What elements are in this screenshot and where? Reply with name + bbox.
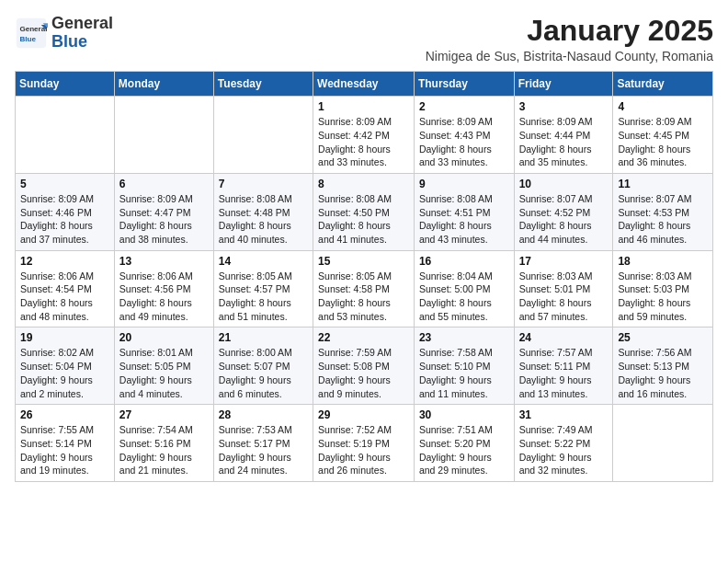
calendar-cell bbox=[114, 97, 213, 174]
day-info: Sunrise: 8:09 AMSunset: 4:44 PMDaylight:… bbox=[519, 115, 609, 169]
calendar-cell: 12Sunrise: 8:06 AMSunset: 4:54 PMDayligh… bbox=[16, 250, 115, 327]
day-info: Sunrise: 8:03 AMSunset: 5:01 PMDaylight:… bbox=[519, 270, 609, 324]
day-info: Sunrise: 8:00 AMSunset: 5:07 PMDaylight:… bbox=[219, 346, 308, 400]
day-info: Sunrise: 8:07 AMSunset: 4:53 PMDaylight:… bbox=[618, 192, 708, 247]
calendar-cell: 7Sunrise: 8:08 AMSunset: 4:48 PMDaylight… bbox=[213, 173, 313, 250]
calendar-cell: 20Sunrise: 8:01 AMSunset: 5:05 PMDayligh… bbox=[114, 327, 213, 405]
calendar-cell: 19Sunrise: 8:02 AMSunset: 5:04 PMDayligh… bbox=[16, 327, 115, 405]
calendar-cell: 13Sunrise: 8:06 AMSunset: 4:56 PMDayligh… bbox=[114, 250, 213, 327]
calendar-cell: 17Sunrise: 8:03 AMSunset: 5:01 PMDayligh… bbox=[514, 250, 613, 327]
calendar-header: SundayMondayTuesdayWednesdayThursdayFrid… bbox=[16, 72, 713, 97]
weekday-header-friday: Friday bbox=[514, 72, 613, 97]
calendar-cell: 29Sunrise: 7:52 AMSunset: 5:19 PMDayligh… bbox=[313, 405, 415, 482]
day-info: Sunrise: 7:54 AMSunset: 5:16 PMDaylight:… bbox=[119, 423, 209, 477]
day-number: 16 bbox=[419, 255, 509, 268]
day-info: Sunrise: 7:59 AMSunset: 5:08 PMDaylight:… bbox=[318, 346, 409, 400]
day-number: 28 bbox=[219, 408, 308, 421]
calendar-cell: 6Sunrise: 8:09 AMSunset: 4:47 PMDaylight… bbox=[114, 173, 213, 250]
calendar-cell: 24Sunrise: 7:57 AMSunset: 5:11 PMDayligh… bbox=[514, 327, 613, 405]
calendar-cell: 8Sunrise: 8:08 AMSunset: 4:50 PMDaylight… bbox=[313, 173, 415, 250]
weekday-row: SundayMondayTuesdayWednesdayThursdayFrid… bbox=[16, 72, 713, 97]
calendar-cell: 31Sunrise: 7:49 AMSunset: 5:22 PMDayligh… bbox=[514, 405, 613, 482]
day-info: Sunrise: 8:04 AMSunset: 5:00 PMDaylight:… bbox=[419, 270, 509, 324]
day-number: 3 bbox=[519, 100, 609, 113]
day-number: 26 bbox=[20, 408, 109, 421]
weekday-header-wednesday: Wednesday bbox=[313, 72, 415, 97]
day-info: Sunrise: 8:08 AMSunset: 4:50 PMDaylight:… bbox=[318, 192, 409, 247]
calendar-cell bbox=[16, 97, 115, 174]
weekday-header-tuesday: Tuesday bbox=[213, 72, 313, 97]
logo-icon: General Blue bbox=[15, 17, 48, 50]
day-number: 30 bbox=[419, 408, 509, 421]
day-number: 10 bbox=[519, 178, 609, 190]
day-info: Sunrise: 7:52 AMSunset: 5:19 PMDaylight:… bbox=[318, 423, 409, 477]
day-number: 9 bbox=[419, 178, 509, 190]
weekday-header-monday: Monday bbox=[114, 72, 213, 97]
day-info: Sunrise: 7:57 AMSunset: 5:11 PMDaylight:… bbox=[519, 346, 609, 400]
day-number: 31 bbox=[519, 408, 609, 421]
day-info: Sunrise: 8:09 AMSunset: 4:45 PMDaylight:… bbox=[618, 115, 708, 169]
day-number: 22 bbox=[318, 331, 409, 344]
day-info: Sunrise: 8:08 AMSunset: 4:51 PMDaylight:… bbox=[419, 192, 509, 247]
day-number: 4 bbox=[618, 100, 708, 113]
page-header: General Blue General Blue January 2025 N… bbox=[15, 15, 713, 63]
calendar-cell: 2Sunrise: 8:09 AMSunset: 4:43 PMDaylight… bbox=[414, 97, 514, 174]
day-number: 8 bbox=[318, 178, 409, 190]
day-info: Sunrise: 8:03 AMSunset: 5:03 PMDaylight:… bbox=[618, 270, 708, 324]
logo-text: General Blue bbox=[51, 15, 113, 52]
day-info: Sunrise: 8:02 AMSunset: 5:04 PMDaylight:… bbox=[20, 346, 109, 400]
calendar-cell: 14Sunrise: 8:05 AMSunset: 4:57 PMDayligh… bbox=[213, 250, 313, 327]
calendar-cell: 5Sunrise: 8:09 AMSunset: 4:46 PMDaylight… bbox=[16, 173, 115, 250]
day-info: Sunrise: 7:56 AMSunset: 5:13 PMDaylight:… bbox=[618, 346, 708, 400]
calendar-body: 1Sunrise: 8:09 AMSunset: 4:42 PMDaylight… bbox=[16, 97, 713, 482]
day-number: 25 bbox=[618, 331, 708, 344]
calendar-cell: 1Sunrise: 8:09 AMSunset: 4:42 PMDaylight… bbox=[313, 97, 415, 174]
day-number: 17 bbox=[519, 255, 609, 268]
calendar-cell: 23Sunrise: 7:58 AMSunset: 5:10 PMDayligh… bbox=[414, 327, 514, 405]
day-number: 29 bbox=[318, 408, 409, 421]
calendar-cell: 18Sunrise: 8:03 AMSunset: 5:03 PMDayligh… bbox=[613, 250, 713, 327]
day-info: Sunrise: 7:55 AMSunset: 5:14 PMDaylight:… bbox=[20, 423, 109, 477]
day-number: 23 bbox=[419, 331, 509, 344]
calendar-cell: 22Sunrise: 7:59 AMSunset: 5:08 PMDayligh… bbox=[313, 327, 415, 405]
weekday-header-thursday: Thursday bbox=[414, 72, 514, 97]
day-number: 1 bbox=[318, 100, 409, 113]
calendar-cell: 27Sunrise: 7:54 AMSunset: 5:16 PMDayligh… bbox=[114, 405, 213, 482]
day-number: 5 bbox=[20, 178, 109, 190]
day-number: 24 bbox=[519, 331, 609, 344]
day-info: Sunrise: 8:07 AMSunset: 4:52 PMDaylight:… bbox=[519, 192, 609, 247]
week-row-5: 26Sunrise: 7:55 AMSunset: 5:14 PMDayligh… bbox=[16, 405, 713, 482]
day-info: Sunrise: 8:09 AMSunset: 4:42 PMDaylight:… bbox=[318, 115, 409, 169]
calendar-cell: 16Sunrise: 8:04 AMSunset: 5:00 PMDayligh… bbox=[414, 250, 514, 327]
day-number: 13 bbox=[119, 255, 209, 268]
day-number: 12 bbox=[20, 255, 109, 268]
day-info: Sunrise: 8:01 AMSunset: 5:05 PMDaylight:… bbox=[119, 346, 209, 400]
week-row-4: 19Sunrise: 8:02 AMSunset: 5:04 PMDayligh… bbox=[16, 327, 713, 405]
weekday-header-sunday: Sunday bbox=[16, 72, 115, 97]
day-info: Sunrise: 7:58 AMSunset: 5:10 PMDaylight:… bbox=[419, 346, 509, 400]
calendar-cell: 11Sunrise: 8:07 AMSunset: 4:53 PMDayligh… bbox=[613, 173, 713, 250]
day-number: 19 bbox=[20, 331, 109, 344]
calendar-cell: 25Sunrise: 7:56 AMSunset: 5:13 PMDayligh… bbox=[613, 327, 713, 405]
month-title: January 2025 bbox=[426, 15, 713, 47]
day-number: 14 bbox=[219, 255, 308, 268]
day-number: 27 bbox=[119, 408, 209, 421]
calendar-cell: 15Sunrise: 8:05 AMSunset: 4:58 PMDayligh… bbox=[313, 250, 415, 327]
day-number: 20 bbox=[119, 331, 209, 344]
day-info: Sunrise: 7:49 AMSunset: 5:22 PMDaylight:… bbox=[519, 423, 609, 477]
day-info: Sunrise: 8:05 AMSunset: 4:57 PMDaylight:… bbox=[219, 270, 308, 324]
svg-text:Blue: Blue bbox=[19, 35, 36, 43]
logo-general-text: General bbox=[51, 14, 113, 32]
day-info: Sunrise: 8:08 AMSunset: 4:48 PMDaylight:… bbox=[219, 192, 308, 247]
week-row-1: 1Sunrise: 8:09 AMSunset: 4:42 PMDaylight… bbox=[16, 97, 713, 174]
calendar-cell: 30Sunrise: 7:51 AMSunset: 5:20 PMDayligh… bbox=[414, 405, 514, 482]
day-info: Sunrise: 8:06 AMSunset: 4:54 PMDaylight:… bbox=[20, 270, 109, 324]
calendar-cell bbox=[213, 97, 313, 174]
title-block: January 2025 Nimigea de Sus, Bistrita-Na… bbox=[426, 15, 713, 63]
calendar-cell: 21Sunrise: 8:00 AMSunset: 5:07 PMDayligh… bbox=[213, 327, 313, 405]
day-number: 6 bbox=[119, 178, 209, 190]
week-row-3: 12Sunrise: 8:06 AMSunset: 4:54 PMDayligh… bbox=[16, 250, 713, 327]
day-number: 7 bbox=[219, 178, 308, 190]
location-subtitle: Nimigea de Sus, Bistrita-Nasaud County, … bbox=[426, 49, 713, 63]
day-number: 18 bbox=[618, 255, 708, 268]
